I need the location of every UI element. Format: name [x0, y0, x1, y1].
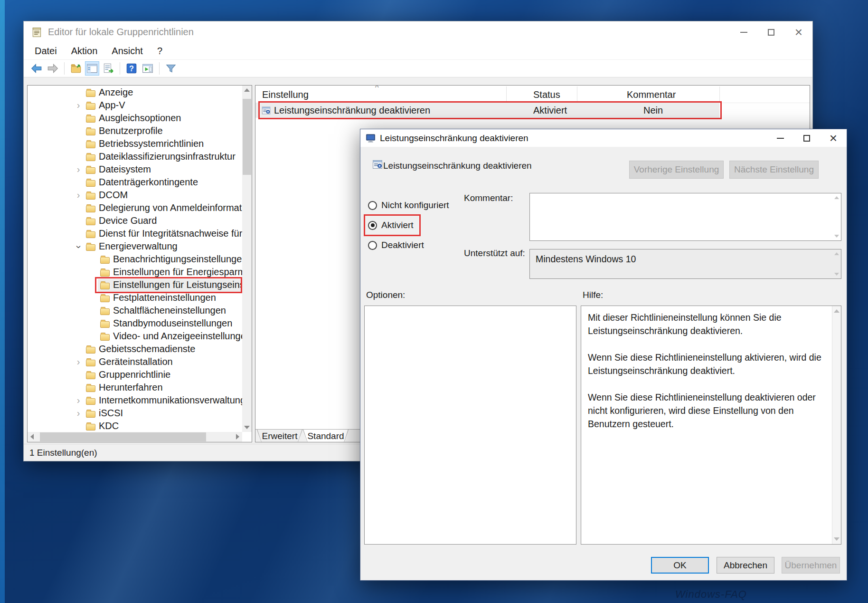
- forward-icon[interactable]: [46, 61, 60, 76]
- radio-unselected-icon[interactable]: [368, 201, 377, 210]
- tree-item-festplatteneinstellungen[interactable]: Festplatteneinstellungen: [28, 292, 242, 305]
- tree-item-dcom[interactable]: ›DCOM: [28, 189, 242, 202]
- back-icon[interactable]: [29, 61, 44, 76]
- folder-icon: [100, 257, 110, 264]
- tree-item-energieverwaltung[interactable]: ›Energieverwaltung: [28, 240, 242, 253]
- radio-nicht-konfiguriert[interactable]: Nicht konfiguriert: [368, 199, 449, 212]
- tree-item-delegierung-von-anmeldeinformation[interactable]: Delegierung von Anmeldeinformation: [28, 202, 242, 215]
- chevron-right-icon[interactable]: ›: [74, 356, 83, 367]
- tree-item-benutzerprofile[interactable]: Benutzerprofile: [28, 125, 242, 138]
- folder-icon: [86, 142, 95, 148]
- tree-item-einstellungen-für-leistungseinschr[interactable]: Einstellungen für Leistungseinschr: [28, 279, 242, 292]
- comment-input[interactable]: [529, 193, 841, 241]
- chevron-right-icon[interactable]: ›: [74, 408, 83, 419]
- tab-erweitert[interactable]: Erweitert: [257, 430, 302, 442]
- column-divider[interactable]: [719, 86, 720, 102]
- radio-aktiviert[interactable]: Aktiviert: [368, 219, 414, 232]
- help-icon[interactable]: ?: [124, 61, 139, 76]
- tree-item-dateiklassifizierungsinfrastruktur[interactable]: Dateiklassifizierungsinfrastruktur: [28, 151, 242, 163]
- tree-item-dateisystem[interactable]: ›Dateisystem: [28, 163, 242, 176]
- scroll-up-icon[interactable]: [834, 252, 839, 255]
- scroll-up-icon[interactable]: [834, 309, 840, 313]
- supported-on-box[interactable]: Mindestens Windows 10: [529, 249, 841, 279]
- apply-button[interactable]: Übernehmen: [782, 557, 840, 574]
- toolbar: ?: [24, 60, 812, 77]
- next-setting-button[interactable]: Nächste Einstellung: [729, 161, 819, 179]
- tree-item-device-guard[interactable]: Device Guard: [28, 215, 242, 228]
- scroll-down-icon[interactable]: [834, 537, 840, 541]
- main-window-title: Editor für lokale Gruppenrichtlinien: [48, 27, 194, 38]
- scroll-up-icon[interactable]: [244, 88, 250, 92]
- scroll-left-icon[interactable]: [30, 434, 34, 440]
- policy-window-icon[interactable]: [141, 61, 155, 76]
- tree-item-iscsi[interactable]: ›iSCSI: [28, 407, 242, 420]
- tree-item-betriebssystemrichtlinien[interactable]: Betriebssystemrichtlinien: [28, 138, 242, 151]
- tree-item-dienst-für-integritätsnachweise-für-ge[interactable]: Dienst für Integritätsnachweise für Ge: [28, 228, 242, 240]
- tree-item-app-v[interactable]: ›App-V: [28, 99, 242, 112]
- tree-vertical-scrollbar[interactable]: [242, 86, 252, 432]
- dialog-minimize-button[interactable]: [767, 129, 793, 147]
- column-header-status[interactable]: Status: [533, 89, 560, 100]
- previous-setting-button[interactable]: Vorherige Einstellung: [629, 161, 724, 179]
- tree-item-benachrichtigungseinstellungen[interactable]: Benachrichtigungseinstellungen: [28, 253, 242, 266]
- tree-item-datenträgerkontingente[interactable]: Datenträgerkontingente: [28, 176, 242, 189]
- maximize-icon: [803, 135, 810, 142]
- tree-item-standbymoduseinstellungen[interactable]: Standbymoduseinstellungen: [28, 317, 242, 330]
- menu-help[interactable]: ?: [150, 46, 170, 57]
- toolbar-separator: [120, 62, 120, 75]
- scroll-down-icon[interactable]: [834, 273, 839, 276]
- radio-deaktiviert[interactable]: Deaktiviert: [368, 239, 424, 252]
- dialog-close-button[interactable]: ×: [820, 129, 847, 147]
- chevron-right-icon[interactable]: ›: [74, 395, 83, 406]
- minimize-button[interactable]: [730, 21, 757, 43]
- tree-item-video--und-anzeigeeinstellungen[interactable]: Video- und Anzeigeeinstellungen: [28, 330, 242, 343]
- menu-ansicht[interactable]: Ansicht: [104, 46, 150, 57]
- tree-item-einstellungen-für-energiesparmodu[interactable]: Einstellungen für Energiesparmodu: [28, 266, 242, 279]
- policy-dialog: Leistungseinschränkung deaktivieren × Le…: [360, 129, 847, 581]
- tab-standard[interactable]: Standard: [303, 430, 349, 442]
- status-text: 1 Einstellung(en): [29, 448, 97, 458]
- column-header-kommentar[interactable]: Kommentar: [627, 89, 676, 100]
- chevron-down-icon[interactable]: ›: [74, 243, 85, 251]
- tree-item-herunterfahren[interactable]: Herunterfahren: [28, 382, 242, 394]
- dialog-maximize-button[interactable]: [793, 129, 820, 147]
- menu-aktion[interactable]: Aktion: [64, 46, 105, 57]
- column-divider[interactable]: [577, 86, 577, 102]
- tree-item-anzeige[interactable]: Anzeige: [28, 86, 242, 99]
- filter-icon[interactable]: [164, 61, 178, 76]
- tree-item-schaltflächeneinstellungen[interactable]: Schaltflächeneinstellungen: [28, 305, 242, 317]
- maximize-button[interactable]: [757, 21, 785, 43]
- radio-unselected-icon[interactable]: [368, 241, 377, 250]
- radio-selected-icon[interactable]: [368, 221, 377, 230]
- menu-datei[interactable]: Datei: [28, 46, 64, 57]
- parent-folder-icon[interactable]: [69, 61, 83, 76]
- chevron-right-icon[interactable]: ›: [74, 190, 83, 201]
- tree-item-geräteinstallation[interactable]: ›Geräteinstallation: [28, 356, 242, 369]
- tree-item-label: Schaltflächeneinstellungen: [113, 305, 226, 316]
- cancel-button[interactable]: Abbrechen: [717, 557, 774, 574]
- column-header-einstellung[interactable]: Einstellung: [262, 89, 309, 100]
- tree-item-ausgleichsoptionen[interactable]: Ausgleichsoptionen: [28, 112, 242, 125]
- export-list-icon[interactable]: [101, 61, 115, 76]
- chevron-right-icon[interactable]: ›: [74, 100, 83, 111]
- tree-hscroll-thumb[interactable]: [40, 432, 206, 441]
- scroll-down-icon[interactable]: [244, 426, 250, 429]
- tree-vscroll-thumb[interactable]: [243, 99, 251, 175]
- show-console-tree-icon[interactable]: [85, 61, 99, 76]
- ok-button[interactable]: OK: [651, 557, 709, 574]
- chevron-right-icon[interactable]: ›: [74, 164, 83, 175]
- desktop-edge-glow: [0, 0, 5, 603]
- tree-item-gebietsschemadienste[interactable]: Gebietsschemadienste: [28, 343, 242, 356]
- gpedit-app-icon: [31, 26, 43, 38]
- policy-row[interactable]: Leistungseinschränkung deaktivieren Akti…: [255, 103, 719, 118]
- close-button[interactable]: ×: [785, 21, 812, 43]
- tree-horizontal-scrollbar[interactable]: [28, 432, 242, 442]
- scroll-down-icon[interactable]: [834, 235, 839, 238]
- column-divider[interactable]: [506, 86, 507, 102]
- tree-item-internetkommunikationsverwaltung[interactable]: ›Internetkommunikationsverwaltung: [28, 394, 242, 407]
- tree-item-gruppenrichtlinie[interactable]: Gruppenrichtlinie: [28, 369, 242, 382]
- help-scrollbar[interactable]: [832, 306, 841, 544]
- tree-item-kdc[interactable]: KDC: [28, 420, 242, 433]
- scroll-up-icon[interactable]: [834, 196, 839, 199]
- scroll-right-icon[interactable]: [236, 434, 239, 440]
